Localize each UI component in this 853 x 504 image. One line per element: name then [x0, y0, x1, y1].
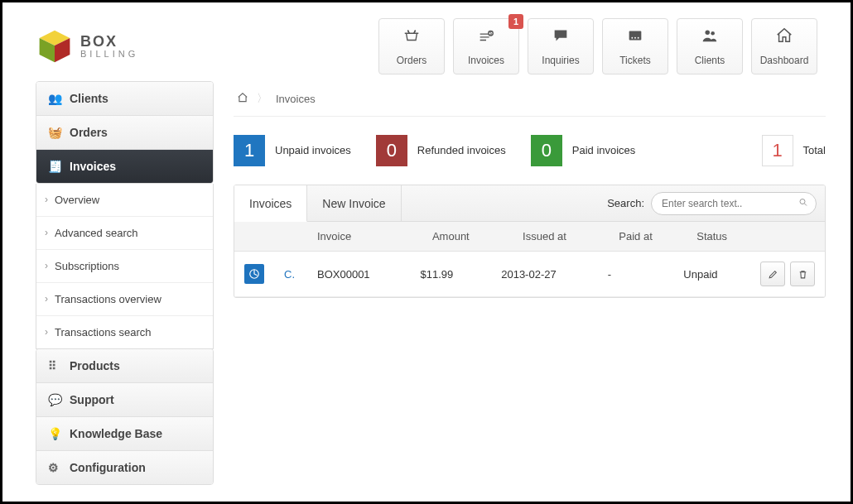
sidebar-item-knowledge-base[interactable]: 💡 Knowledge Base — [36, 417, 213, 451]
nav-inquiries[interactable]: Inquiries — [528, 18, 594, 74]
breadcrumb-home-icon[interactable] — [237, 92, 248, 106]
breadcrumb-sep: 〉 — [257, 91, 267, 106]
search-label: Search: — [607, 197, 644, 209]
top-nav: Orders 1 $ Invoices Inquiries Tickets C — [378, 18, 817, 74]
stat-refunded: 0 Refunded invoices — [376, 135, 506, 166]
nav-dashboard-label: Dashboard — [760, 55, 809, 66]
invoices-table: Invoice Amount Issued at Paid at Status — [234, 222, 825, 297]
brand-bottom: BILLING — [80, 49, 138, 59]
sidebar-clients-label: Clients — [70, 92, 108, 105]
nav-invoices-label: Invoices — [468, 55, 504, 66]
sidebar-kb-label: Knowledge Base — [70, 427, 162, 440]
nav-orders[interactable]: Orders — [378, 18, 445, 74]
brand-top: BOX — [80, 33, 138, 50]
stat-unpaid-label: Unpaid invoices — [275, 144, 351, 158]
th-paid-at: Paid at — [598, 222, 674, 252]
stats-row: 1 Unpaid invoices 0 Refunded invoices 0 … — [234, 117, 826, 185]
nav-dashboard[interactable]: Dashboard — [751, 18, 817, 74]
stat-unpaid-value: 1 — [234, 135, 265, 166]
th-issued-at: Issued at — [491, 222, 598, 252]
sidebar-item-support[interactable]: 💬 Support — [36, 383, 213, 417]
svg-point-5 — [631, 36, 633, 38]
sidebar-submenu: Overview Advanced search Subscriptions T… — [36, 184, 214, 349]
submenu-advanced-search[interactable]: Advanced search — [36, 217, 213, 250]
stat-total-label: Total — [803, 144, 826, 158]
grid-icon: ⠿ — [48, 359, 61, 372]
tab-invoices[interactable]: Invoices — [234, 185, 307, 222]
sidebar-item-orders[interactable]: 🧺 Orders — [36, 116, 213, 150]
edit-button[interactable] — [760, 262, 785, 286]
breadcrumb-page: Invoices — [276, 93, 316, 105]
invoice-icon: 🧾 — [48, 160, 61, 173]
th-client — [274, 222, 307, 252]
ticket-icon — [626, 26, 644, 50]
cell-status: Unpaid — [673, 252, 750, 297]
client-link[interactable]: C. — [284, 268, 295, 281]
sidebar-item-configuration[interactable]: ⚙ Configuration — [36, 451, 213, 484]
stat-refunded-label: Refunded invoices — [417, 144, 506, 158]
gear-icon: ⚙ — [48, 461, 61, 474]
submenu-transactions-overview[interactable]: Transactions overview — [36, 283, 213, 316]
tab-new-invoice[interactable]: New Invoice — [307, 185, 401, 222]
svg-text:$: $ — [489, 31, 492, 36]
sidebar-item-products[interactable]: ⠿ Products — [36, 349, 213, 383]
nav-inquiries-label: Inquiries — [542, 55, 579, 66]
sidebar-config-label: Configuration — [70, 461, 146, 474]
svg-point-7 — [638, 36, 639, 38]
submenu-overview[interactable]: Overview — [36, 184, 213, 217]
home-icon — [775, 26, 793, 50]
logo[interactable]: BOX BILLING — [36, 27, 138, 65]
nav-clients[interactable]: Clients — [677, 18, 743, 74]
cell-amount: $11.99 — [410, 252, 491, 297]
delete-button[interactable] — [790, 262, 815, 286]
nav-tickets-label: Tickets — [619, 55, 651, 66]
search-icon[interactable] — [798, 197, 808, 209]
stat-refunded-value: 0 — [376, 135, 407, 166]
table-row: C. BOX00001 $11.99 2013-02-27 - Unpaid — [234, 252, 825, 297]
nav-tickets[interactable]: Tickets — [602, 18, 668, 74]
stat-paid-value: 0 — [531, 135, 562, 166]
th-actions — [750, 222, 825, 252]
nav-invoices[interactable]: 1 $ Invoices — [453, 18, 519, 74]
th-status: Status — [673, 222, 750, 252]
svg-point-8 — [706, 30, 711, 35]
cell-invoice: BOX00001 — [307, 252, 410, 297]
cell-paid-at: - — [598, 252, 674, 297]
trash-icon — [798, 269, 808, 280]
stat-unpaid: 1 Unpaid invoices — [234, 135, 351, 166]
submenu-transactions-search[interactable]: Transactions search — [36, 316, 213, 348]
sidebar-item-clients[interactable]: 👥 Clients — [36, 82, 213, 116]
speech-icon — [552, 26, 570, 50]
sidebar-orders-label: Orders — [70, 126, 108, 139]
lightbulb-icon: 💡 — [48, 427, 61, 440]
stat-total: 1 Total — [762, 135, 826, 166]
stat-paid: 0 Paid invoices — [531, 135, 636, 166]
stat-paid-label: Paid invoices — [572, 144, 636, 158]
people-icon: 👥 — [48, 92, 61, 105]
th-invoice: Invoice — [307, 222, 410, 252]
logo-text: BOX BILLING — [80, 33, 138, 59]
nav-orders-label: Orders — [397, 55, 427, 66]
invoices-badge: 1 — [508, 14, 523, 29]
client-avatar-icon[interactable] — [244, 264, 264, 284]
svg-point-10 — [800, 199, 805, 204]
sidebar-invoices-label: Invoices — [70, 160, 116, 173]
nav-clients-label: Clients — [695, 55, 725, 66]
basket-icon — [402, 26, 421, 50]
th-client-icon — [234, 222, 274, 252]
logo-cube-icon — [36, 27, 74, 65]
sidebar-products-label: Products — [70, 359, 120, 372]
submenu-subscriptions[interactable]: Subscriptions — [36, 250, 213, 283]
sidebar-item-invoices[interactable]: 🧾 Invoices — [36, 150, 213, 183]
cell-issued-at: 2013-02-27 — [491, 252, 598, 297]
sidebar: 👥 Clients 🧺 Orders 🧾 Invoices Overview A… — [36, 81, 214, 485]
clients-icon — [701, 26, 719, 50]
svg-rect-4 — [629, 31, 642, 40]
th-amount: Amount — [410, 222, 491, 252]
breadcrumb: 〉 Invoices — [234, 81, 826, 117]
stat-total-value: 1 — [762, 135, 793, 166]
pencil-icon — [768, 269, 778, 280]
sidebar-support-label: Support — [70, 393, 114, 406]
search-input[interactable] — [651, 192, 817, 215]
svg-point-6 — [634, 36, 636, 38]
